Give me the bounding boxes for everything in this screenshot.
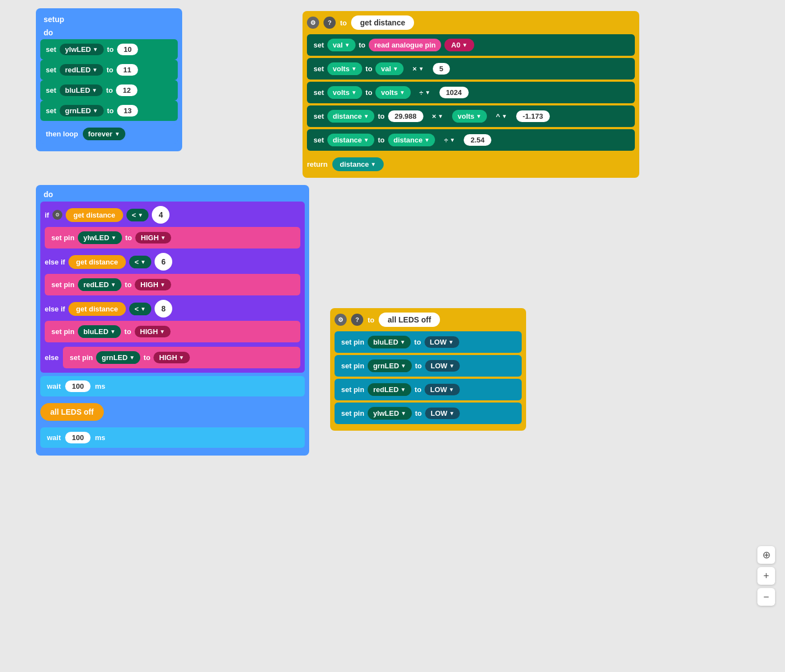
navigate-icon: ⊕ — [762, 549, 771, 561]
set-ylwled-high: set pin ylwLED ▼ to HIGH ▼ — [45, 227, 300, 248]
high-pill-3[interactable]: HIGH ▼ — [135, 326, 171, 337]
volts-ref-2[interactable]: volts ▼ — [452, 110, 487, 123]
wait-val-2[interactable]: 100 — [65, 432, 91, 443]
else-if-row-2: else if get distance < ▼ 8 — [45, 300, 300, 318]
low-pill-4[interactable]: LOW ▼ — [425, 408, 460, 419]
high-pill-4[interactable]: HIGH ▼ — [153, 352, 189, 363]
pow-op[interactable]: ^ ▼ — [490, 110, 513, 123]
to-volts-1: to — [365, 65, 372, 73]
val-8[interactable]: 8 — [155, 300, 172, 318]
grnled-low-var[interactable]: grnLED ▼ — [368, 359, 412, 372]
else-if-row-1: else if get distance < ▼ 6 — [45, 253, 300, 271]
set-volts-row-2: set volts ▼ to volts ▼ ÷ ▼ 1024 — [307, 82, 635, 103]
low-pill-1[interactable]: LOW ▼ — [425, 336, 459, 348]
return-row: return distance ▼ — [307, 155, 635, 173]
get-distance-elseif1[interactable]: get distance — [68, 255, 126, 269]
dropdown-arrow-3: ▼ — [92, 87, 97, 93]
dropdown-arrow-2: ▼ — [92, 67, 98, 73]
dropdown-arrow-4: ▼ — [93, 108, 98, 114]
redled-low-var[interactable]: redLED ▼ — [368, 383, 411, 396]
wait-row-2: wait 100 ms — [40, 427, 305, 448]
distance-ref-1[interactable]: distance ▼ — [388, 134, 436, 146]
distance-var-1[interactable]: distance ▼ — [327, 110, 375, 123]
then-loop-label: then loop — [46, 130, 78, 138]
volts-var-2[interactable]: volts ▼ — [327, 86, 362, 99]
get-distance-name[interactable]: get distance — [351, 15, 414, 30]
lt-op-2[interactable]: < ▼ — [129, 256, 152, 268]
val-var[interactable]: val ▼ — [327, 39, 356, 51]
to-dist-1: to — [378, 112, 384, 120]
ylwled-pin-1[interactable]: ylwLED ▼ — [78, 231, 122, 244]
all-leds-name[interactable]: all LEDS off — [379, 313, 440, 327]
get-distance-elseif2[interactable]: get distance — [68, 302, 126, 316]
to-label-1: to — [107, 45, 114, 54]
set-dist-label-2: set — [314, 136, 324, 144]
to-low-2: to — [415, 362, 422, 370]
num-1024[interactable]: 1024 — [439, 87, 469, 98]
div-op-1[interactable]: ÷ ▼ — [414, 86, 436, 99]
num-5[interactable]: 5 — [433, 63, 450, 75]
redled-var-1[interactable]: redLED ▼ — [60, 64, 103, 76]
bluled-var-1[interactable]: bluLED ▼ — [60, 84, 103, 96]
to-pin-4: to — [144, 353, 150, 362]
do-label-main: do — [40, 188, 56, 201]
redled-pin-1[interactable]: redLED ▼ — [78, 278, 121, 291]
forever-pill[interactable]: forever ▼ — [83, 128, 126, 140]
val-12[interactable]: 12 — [116, 84, 137, 96]
a0-pin[interactable]: A0 ▼ — [444, 39, 474, 51]
low-pill-2[interactable]: LOW ▼ — [425, 360, 460, 372]
set-label-4: set — [46, 107, 56, 115]
lt-op-1[interactable]: < ▼ — [126, 209, 149, 221]
bluled-pin-1[interactable]: bluLED ▼ — [78, 325, 121, 338]
distance-var-2[interactable]: distance ▼ — [327, 134, 375, 146]
wait-val-1[interactable]: 100 — [65, 380, 91, 392]
num-29988[interactable]: 29.988 — [388, 110, 423, 122]
zoom-out-btn[interactable]: − — [757, 588, 775, 606]
val-13[interactable]: 13 — [117, 105, 138, 117]
set-dist-label-1: set — [314, 112, 324, 120]
high-pill-1[interactable]: HIGH ▼ — [135, 232, 171, 244]
else-row: else set pin grnLED ▼ to HIGH ▼ — [45, 347, 300, 368]
navigate-btn[interactable]: ⊕ — [757, 546, 775, 564]
volts-var-1[interactable]: volts ▼ — [327, 62, 362, 75]
set-pin-label-4: set pin — [70, 353, 93, 362]
get-distance-if1[interactable]: get distance — [66, 208, 123, 222]
div-op-2[interactable]: ÷ ▼ — [438, 134, 460, 146]
val-4[interactable]: 4 — [152, 206, 169, 224]
set-distance-row-1: set distance ▼ to 29.988 × ▼ volts ▼ ^ ▼… — [307, 105, 635, 127]
zoom-in-btn[interactable]: + — [757, 567, 775, 585]
to-label-3: to — [106, 86, 113, 94]
low-pill-3[interactable]: LOW ▼ — [425, 384, 459, 395]
volts-ref-1[interactable]: volts ▼ — [375, 86, 410, 99]
num-neg1173[interactable]: -1.173 — [516, 110, 550, 122]
high-pill-2[interactable]: HIGH ▼ — [135, 279, 171, 290]
set-pin-label-3: set pin — [51, 327, 75, 336]
get-distance-function: ⚙ ? to get distance set val ▼ to read an… — [303, 11, 639, 178]
val-ref-1[interactable]: val ▼ — [375, 62, 404, 75]
all-leds-off-btn[interactable]: all LEDS off — [40, 400, 305, 424]
val-10[interactable]: 10 — [117, 44, 138, 55]
to-low-3: to — [415, 385, 421, 394]
ylwled-var-1[interactable]: ylwLED ▼ — [60, 44, 104, 55]
grnled-pin-1[interactable]: grnLED ▼ — [96, 351, 140, 364]
val-6[interactable]: 6 — [155, 253, 172, 271]
set-grnled-low: set pin grnLED ▼ to LOW ▼ — [335, 355, 522, 377]
mult-op-2[interactable]: × ▼ — [427, 110, 449, 123]
all-leds-gear-icon: ⚙ — [335, 314, 347, 326]
return-label: return — [307, 160, 328, 168]
set-bluled-row: set bluLED ▼ to 12 — [40, 80, 178, 100]
val-11[interactable]: 11 — [116, 64, 137, 76]
get-distance-header: ⚙ ? to get distance — [307, 15, 635, 30]
all-leds-off-label[interactable]: all LEDS off — [40, 403, 104, 421]
num-254[interactable]: 2.54 — [464, 134, 491, 146]
return-distance[interactable]: distance ▼ — [332, 157, 384, 171]
wait-row-1: wait 100 ms — [40, 376, 305, 396]
all-leds-header: ⚙ ? to all LEDS off — [335, 313, 522, 327]
lt-op-3[interactable]: < ▼ — [129, 303, 152, 315]
set-val-row: set val ▼ to read analogue pin A0 ▼ — [307, 34, 635, 56]
bluled-low-var[interactable]: bluLED ▼ — [368, 336, 411, 348]
ylwled-low-var[interactable]: ylwLED ▼ — [368, 407, 412, 420]
grnled-var-1[interactable]: grnLED ▼ — [60, 105, 104, 117]
mult-op-1[interactable]: × ▼ — [407, 62, 429, 75]
set-bluled-low: set pin bluLED ▼ to LOW ▼ — [335, 331, 522, 353]
